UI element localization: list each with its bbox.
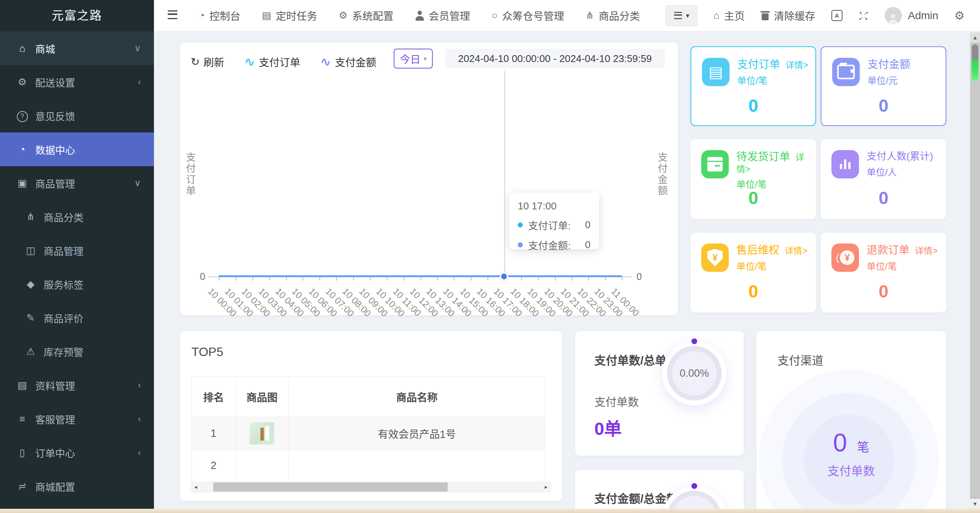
caret-down-icon: ▾	[686, 11, 689, 20]
series-dot-icon	[518, 242, 523, 247]
scrollbar-track[interactable]	[201, 481, 541, 493]
sidebar-item-delivery-settings[interactable]: ⚙ 配送设置 ‹	[0, 65, 154, 99]
user-icon	[888, 14, 898, 24]
sidebar-item-mall[interactable]: ⌂ 商城 ∨	[0, 31, 154, 65]
sidebar-item-label: 意见反馈	[35, 109, 75, 123]
tag-icon: ◆	[23, 278, 38, 290]
tooltip-row: 支付订单: 0	[518, 218, 591, 232]
series-dot-icon	[518, 222, 523, 227]
settings-button[interactable]: ⚙	[954, 9, 965, 22]
avatar[interactable]	[885, 7, 902, 24]
sidebar-item-label: 资料管理	[35, 378, 75, 392]
chevron-left-icon: ‹	[138, 447, 141, 458]
nav-item-console[interactable]: ◔ 控制台	[199, 8, 241, 23]
nav-item-system-config[interactable]: ⚙ 系统配置	[339, 8, 393, 23]
table-row[interactable]: 1 有效会员产品1号	[192, 417, 545, 450]
column-header-image: 商品图	[236, 377, 289, 417]
sidebar-menu: ⌂ 商城 ∨ ⚙ 配送设置 ‹ ? 意见反馈 ◔ 数据中心 ▣ 商品管理 ∨	[0, 31, 154, 503]
nav-item-product-category[interactable]: ⋔ 商品分类	[586, 8, 640, 23]
stat-card-refund-orders[interactable]: (¥ 退款订单详情> 单位/笔 0	[821, 233, 946, 312]
nav-item-crowdfunding-management[interactable]: ○ 众筹仓号管理	[492, 8, 564, 23]
sidebar-subitem-product-category[interactable]: ⋔ 商品分类	[0, 200, 154, 234]
x-axis-tick	[387, 277, 388, 281]
stat-card-pay-amount[interactable]: 支付金额 单位/元 0	[821, 46, 946, 126]
sidebar-item-feedback[interactable]: ? 意见反馈	[0, 99, 154, 132]
vertical-scrollbar[interactable]: ▲ ▼	[970, 33, 980, 509]
image-cell	[236, 417, 289, 450]
scroll-right-button[interactable]: ▸	[541, 481, 551, 493]
sidebar-subitem-product-management[interactable]: ◫ 商品管理	[0, 234, 154, 267]
gears-icon: ⚙	[954, 9, 965, 22]
shopping-bag-icon: ◫	[23, 245, 38, 256]
channel-value: 0	[833, 428, 847, 457]
x-axis-tick	[336, 277, 337, 281]
sidebar-item-customer-service[interactable]: ≡ 客服管理 ‹	[0, 402, 154, 436]
stat-meta: 支付人数(累计) 单位/人	[867, 150, 940, 178]
x-axis-tick	[521, 277, 522, 281]
detail-link[interactable]: 详情>	[915, 246, 937, 256]
nav-item-clear-cache[interactable]: 清除缓存	[761, 8, 815, 23]
fullscreen-button[interactable]: ↖↗↙↘	[859, 11, 869, 21]
sidebar-item-mall-config[interactable]: ≓ 商城配置	[0, 469, 154, 503]
nav-item-scheduled-tasks[interactable]: ▤ 定时任务	[262, 8, 317, 23]
detail-link[interactable]: 详情>	[785, 246, 807, 256]
x-axis-tick	[488, 277, 488, 281]
pencil-icon: ✎	[23, 312, 38, 324]
rank-cell: 1	[192, 417, 236, 450]
dashboard-icon: ◔	[15, 144, 30, 155]
x-axis-tick	[219, 277, 219, 281]
name-cell: 有效会员产品1号	[289, 417, 545, 450]
panel-title: 支付渠道	[777, 351, 823, 368]
sidebar-subitem-product-reviews[interactable]: ✎ 商品评价	[0, 301, 154, 335]
stat-card-pay-orders[interactable]: ▤ 支付订单详情> 单位/笔 0	[690, 46, 816, 126]
refund-coin-icon: (¥	[831, 243, 859, 272]
stat-title: 支付金额	[867, 59, 910, 70]
app-title: 元富之路	[0, 0, 154, 31]
stat-unit: 单位/人	[867, 166, 940, 178]
stat-card-paying-users[interactable]: 支付人数(累计) 单位/人 0	[821, 139, 946, 219]
menu-dropdown-button[interactable]: ▾	[665, 5, 697, 26]
detail-link[interactable]: 详情>	[785, 60, 808, 70]
scrollbar-thumb[interactable]	[213, 482, 448, 492]
horizontal-scrollbar[interactable]: ◂ ▸	[191, 481, 551, 493]
stat-card-after-sales[interactable]: ¥ 售后维权详情> 单位/笔 0	[690, 233, 816, 312]
channel-value-row: 0笔	[756, 428, 946, 457]
sidebar-item-order-center[interactable]: ▯ 订单中心 ‹	[0, 436, 154, 469]
home-icon: ⌂	[15, 42, 30, 54]
nav-item-member-management[interactable]: 会员管理	[415, 8, 470, 23]
username[interactable]: Admin	[908, 10, 938, 22]
table-row[interactable]: 2	[192, 450, 545, 482]
scroll-left-button[interactable]: ◂	[191, 481, 201, 493]
highlighted-data-point	[499, 272, 508, 281]
ratio-label: 支付单数	[594, 393, 639, 409]
nav-item-home[interactable]: ⌂ 主页	[713, 8, 745, 23]
sidebar-toggle-button[interactable]	[168, 10, 177, 21]
sidebar-item-material-management[interactable]: ▤ 资料管理 ‹	[0, 368, 154, 402]
sidebar-item-product-management[interactable]: ▣ 商品管理 ∨	[0, 166, 154, 200]
sidebar-subitem-stock-warning[interactable]: ⚠ 库存预警	[0, 335, 154, 368]
sidebar-item-label: 库存预警	[44, 345, 83, 359]
stat-title: 支付订单	[737, 59, 780, 70]
home-icon: ⌂	[713, 10, 720, 21]
x-axis-tick	[404, 277, 404, 281]
x-axis-tick	[370, 277, 371, 281]
scrollbar-thumb[interactable]	[971, 43, 979, 82]
scroll-down-button[interactable]: ▼	[970, 499, 980, 509]
sidebar-item-data-center[interactable]: ◔ 数据中心	[0, 132, 154, 166]
circle-icon: ○	[492, 10, 498, 21]
sidebar-subitem-service-tags[interactable]: ◆ 服务标签	[0, 267, 154, 301]
x-axis-tick	[420, 277, 421, 281]
top5-title: TOP5	[191, 345, 223, 359]
x-axis-tick	[319, 277, 320, 281]
tooltip-value: 0	[585, 239, 591, 251]
x-axis-tick	[236, 277, 236, 281]
question-icon: ?	[15, 109, 30, 122]
ratio-gauge: 0.00%	[662, 341, 726, 405]
stat-value: 0	[821, 281, 946, 302]
translate-icon: A	[831, 10, 843, 21]
document-icon: ▤	[702, 58, 730, 86]
stat-card-pending-shipment[interactable]: 待发货订单详情> 单位/笔 0	[690, 139, 816, 219]
expand-icon: ↖↗↙↘	[859, 11, 869, 21]
scroll-up-button[interactable]: ▲	[970, 33, 980, 42]
translate-button[interactable]: A	[831, 10, 843, 21]
